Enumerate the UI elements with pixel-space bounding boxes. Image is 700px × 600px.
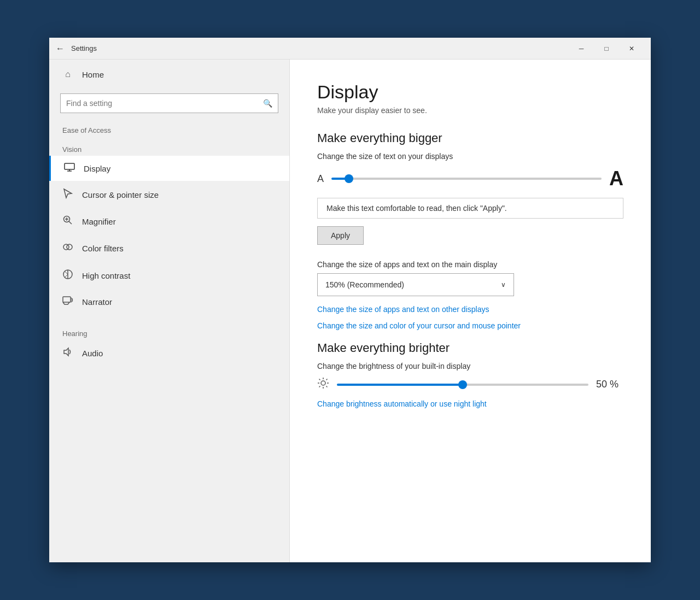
svg-line-26 bbox=[326, 379, 328, 380]
sun-icon bbox=[317, 377, 329, 392]
sidebar-item-cursor[interactable]: Cursor & pointer size bbox=[49, 181, 289, 208]
sidebar-section-vision: Vision bbox=[49, 141, 289, 156]
svg-line-14 bbox=[71, 298, 73, 299]
svg-line-11 bbox=[65, 271, 68, 274]
sidebar-highcontrast-label: High contrast bbox=[82, 271, 130, 280]
search-input[interactable] bbox=[66, 99, 259, 108]
brightness-slider[interactable] bbox=[337, 384, 588, 386]
sidebar-breadcrumb: Ease of Access bbox=[49, 122, 289, 137]
main-content: ⌂ Home 🔍 Ease of Access Vision Display bbox=[49, 60, 651, 562]
maximize-button[interactable]: □ bbox=[594, 38, 619, 60]
display-icon bbox=[64, 163, 75, 174]
minimize-button[interactable]: ─ bbox=[569, 38, 594, 60]
narrator-icon bbox=[62, 296, 73, 307]
settings-window: ← Settings ─ □ ✕ ⌂ Home 🔍 Ease of Access… bbox=[49, 38, 651, 562]
brightness-label: Change the brightness of your built-in d… bbox=[317, 362, 623, 370]
brightness-value: 50 % bbox=[596, 379, 623, 390]
cursor-icon bbox=[62, 188, 73, 201]
titlebar: ← Settings ─ □ ✕ bbox=[49, 38, 651, 60]
sidebar-colorfilters-label: Color filters bbox=[82, 244, 124, 253]
sidebar-item-magnifier[interactable]: Magnifier bbox=[49, 208, 289, 234]
sidebar-display-label: Display bbox=[84, 164, 110, 173]
apps-size-label: Change the size of apps and text on the … bbox=[317, 260, 623, 269]
svg-point-8 bbox=[67, 244, 72, 250]
apply-button[interactable]: Apply bbox=[317, 226, 364, 245]
sidebar-item-highcontrast[interactable]: High contrast bbox=[49, 262, 289, 289]
back-button[interactable]: ← bbox=[56, 44, 65, 54]
svg-marker-17 bbox=[64, 348, 68, 356]
sidebar-cursor-label: Cursor & pointer size bbox=[82, 190, 159, 199]
cursor-color-link[interactable]: Change the size and color of your cursor… bbox=[317, 321, 623, 330]
text-size-large-a: A bbox=[609, 167, 623, 190]
colorfilters-icon bbox=[62, 242, 73, 255]
scale-dropdown-value: 150% (Recommended) bbox=[325, 280, 404, 289]
window-controls: ─ □ ✕ bbox=[569, 38, 644, 60]
sidebar-item-home[interactable]: ⌂ Home bbox=[49, 60, 289, 89]
search-icon: 🔍 bbox=[263, 99, 272, 108]
svg-line-24 bbox=[326, 386, 328, 387]
sidebar-section-hearing: Hearing bbox=[49, 325, 289, 340]
audio-icon bbox=[62, 347, 73, 359]
sidebar-hearing-section: Hearing Audio bbox=[49, 325, 289, 366]
text-preview-content: Make this text comfortable to read, then… bbox=[326, 204, 507, 213]
sidebar-item-narrator[interactable]: Narrator bbox=[49, 289, 289, 314]
svg-line-12 bbox=[65, 274, 68, 278]
text-size-small-a: A bbox=[317, 173, 324, 185]
sidebar-item-audio[interactable]: Audio bbox=[49, 340, 289, 366]
other-displays-link[interactable]: Change the size of apps and text on othe… bbox=[317, 305, 623, 314]
section-brighter-title: Make everything brighter bbox=[317, 341, 623, 355]
home-icon: ⌂ bbox=[62, 69, 73, 79]
svg-point-18 bbox=[321, 381, 325, 385]
svg-rect-13 bbox=[63, 297, 71, 302]
sidebar-magnifier-label: Magnifier bbox=[82, 217, 116, 226]
page-title: Display bbox=[317, 81, 623, 103]
magnifier-icon bbox=[62, 215, 73, 227]
svg-line-23 bbox=[319, 379, 320, 380]
text-size-slider[interactable] bbox=[331, 178, 602, 180]
main-panel: Display Make your display easier to see.… bbox=[290, 60, 651, 562]
sidebar-search-box[interactable]: 🔍 bbox=[60, 93, 278, 113]
night-light-link[interactable]: Change brightness automatically or use n… bbox=[317, 399, 623, 408]
sidebar-item-colorfilters[interactable]: Color filters bbox=[49, 234, 289, 262]
text-preview-box: Make this text comfortable to read, then… bbox=[317, 198, 623, 219]
text-size-label: Change the size of text on your displays bbox=[317, 152, 623, 161]
svg-line-4 bbox=[69, 221, 72, 224]
sidebar-item-display[interactable]: Display bbox=[49, 156, 289, 181]
svg-line-16 bbox=[71, 301, 73, 302]
svg-line-25 bbox=[319, 386, 320, 387]
sidebar-home-label: Home bbox=[82, 70, 104, 79]
chevron-down-icon: ∨ bbox=[501, 281, 506, 289]
svg-rect-0 bbox=[65, 163, 74, 169]
sidebar: ⌂ Home 🔍 Ease of Access Vision Display bbox=[49, 60, 290, 562]
text-size-slider-row: A A bbox=[317, 167, 623, 190]
page-subtitle: Make your display easier to see. bbox=[317, 106, 623, 115]
window-title: Settings bbox=[71, 44, 569, 52]
scale-dropdown[interactable]: 150% (Recommended) ∨ bbox=[317, 273, 514, 296]
sidebar-audio-label: Audio bbox=[82, 349, 103, 358]
highcontrast-icon bbox=[62, 269, 73, 282]
brightness-slider-row: 50 % bbox=[317, 377, 623, 392]
section-bigger-title: Make everything bigger bbox=[317, 131, 623, 145]
close-button[interactable]: ✕ bbox=[619, 38, 644, 60]
sidebar-narrator-label: Narrator bbox=[82, 297, 112, 307]
